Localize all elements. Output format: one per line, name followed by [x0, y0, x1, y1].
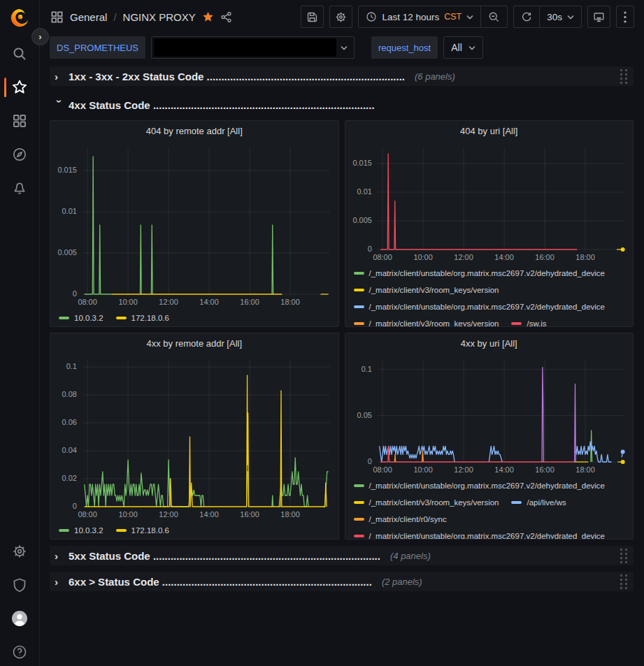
row-drag-handle-icon[interactable]	[620, 548, 628, 563]
panel-title[interactable]: 404 by uri [All]	[345, 121, 634, 140]
dashboard-header: General / NGINX PROXY Last 12 hours CST	[39, 0, 644, 34]
series-color-swatch	[354, 518, 364, 521]
time-range-picker[interactable]: Last 12 hours CST	[359, 6, 480, 27]
row-drag-handle-icon[interactable]	[620, 574, 628, 589]
sidebar-item-help[interactable]	[11, 644, 28, 660]
time-series-chart[interactable]: 00.0050.010.01508:0010:0012:0014:0016:00…	[345, 140, 634, 263]
legend-item[interactable]: /_matrix/client/unstable/org.matrix.msc2…	[354, 299, 606, 314]
series-color-swatch	[511, 501, 522, 504]
share-icon[interactable]	[220, 11, 232, 23]
legend-item[interactable]: /_matrix/client/v3/room_keys/version	[354, 316, 499, 326]
legend-item[interactable]: /api/live/ws	[511, 495, 566, 510]
sidebar-item-alerting[interactable]	[11, 180, 28, 196]
svg-text:12:00: 12:00	[159, 298, 178, 306]
favorite-star-icon[interactable]	[202, 11, 214, 23]
svg-text:16:00: 16:00	[240, 298, 259, 306]
refresh-interval-label: 30s	[547, 12, 562, 22]
datasource-variable-select[interactable]	[151, 36, 355, 59]
svg-text:0.01: 0.01	[62, 207, 77, 215]
legend-item[interactable]: 172.18.0.6	[116, 310, 169, 326]
shield-icon	[12, 577, 27, 593]
time-series-chart[interactable]: 00.020.040.060.080.108:0010:0012:0014:00…	[50, 353, 338, 521]
panel-title[interactable]: 4xx by uri [All]	[345, 333, 634, 353]
series-color-swatch	[354, 289, 364, 291]
dashboard-settings-button[interactable]	[329, 6, 352, 28]
sidebar-item-dashboards[interactable]	[11, 113, 28, 129]
page-title[interactable]: NGINX PROXY	[123, 11, 196, 23]
monitor-icon	[593, 11, 605, 23]
chevron-down-icon	[341, 45, 348, 50]
row-title: 1xx - 3xx - 2xx Status Code	[69, 71, 203, 82]
row-drag-handle-icon[interactable]	[620, 68, 628, 84]
dashboards-grid-icon	[12, 113, 27, 129]
request-host-variable-select[interactable]: All	[443, 36, 483, 59]
panel-title[interactable]: 4xx by remote addr [All]	[50, 333, 338, 353]
legend-item[interactable]: /_matrix/client/unstable/org.matrix.msc2…	[354, 478, 606, 493]
series-name: /_matrix/client/unstable/org.matrix.msc2…	[369, 532, 606, 539]
save-icon	[306, 11, 318, 23]
toolbar: Last 12 hours CST 30s	[301, 6, 634, 28]
series-name: /_matrix/client/v3/room_keys/version	[369, 319, 499, 326]
row-panel-count: (4 panels)	[390, 551, 431, 561]
kebab-menu-button[interactable]	[616, 6, 634, 28]
legend-item[interactable]: /_matrix/client/unstable/org.matrix.msc2…	[354, 266, 606, 281]
legend-item[interactable]: /_matrix/client/unstable/org.matrix.msc2…	[354, 528, 606, 539]
time-series-chart[interactable]: 00.0050.010.01508:0010:0012:0014:0016:00…	[50, 140, 338, 308]
series-color-swatch	[354, 501, 364, 504]
legend-item[interactable]: /sw.js	[511, 316, 546, 326]
chevron-down-icon	[567, 15, 574, 20]
row-collapse-chevron: ›	[55, 99, 65, 109]
time-range-label: Last 12 hours	[382, 12, 439, 22]
legend-item[interactable]: /_matrix/client/v3/room_keys/version	[354, 495, 499, 510]
series-name: 10.0.3.2	[74, 314, 103, 322]
gear-icon	[12, 544, 27, 559]
svg-text:14:00: 14:00	[199, 298, 218, 306]
legend-item[interactable]: 172.18.0.6	[116, 523, 169, 538]
series-color-swatch	[59, 529, 69, 532]
sidebar-item-configuration[interactable]	[11, 543, 28, 560]
time-zoom-out-button[interactable]	[480, 6, 507, 27]
question-circle-icon	[12, 644, 27, 660]
refresh-button[interactable]	[514, 6, 539, 27]
svg-text:0: 0	[367, 457, 371, 465]
legend-item[interactable]: 10.0.3.2	[59, 310, 103, 326]
legend-item[interactable]: /_matrix/client/v3/room_keys/version	[354, 282, 499, 298]
row-header-5xx[interactable]: › 5xx Status Code ......................…	[50, 546, 634, 565]
series-color-swatch	[354, 535, 364, 537]
svg-text:0.02: 0.02	[62, 474, 77, 482]
row-header-4xx[interactable]: › 4xx Status Code ......................…	[50, 95, 634, 115]
grafana-logo-icon[interactable]	[9, 8, 30, 29]
svg-text:0: 0	[367, 245, 371, 253]
save-dashboard-button[interactable]	[301, 6, 324, 28]
row-title-dots: ........................................…	[153, 99, 375, 111]
sidebar-expand-button[interactable]: ›	[31, 28, 49, 45]
svg-text:16:00: 16:00	[535, 253, 554, 261]
legend-item[interactable]: /_matrix/client/r0/sync	[354, 512, 447, 527]
sidebar-item-explore[interactable]	[11, 146, 28, 163]
sidebar-item-profile[interactable]	[11, 610, 28, 627]
kebab-menu-icon	[624, 11, 627, 23]
svg-text:14:00: 14:00	[494, 465, 513, 474]
cycle-view-mode-button[interactable]	[587, 6, 610, 28]
panel: 404 by uri [All]00.0050.010.01508:0010:0…	[345, 120, 634, 327]
row-title: 4xx Status Code	[69, 99, 150, 111]
panel-legend: /_matrix/client/unstable/org.matrix.msc2…	[345, 263, 634, 326]
legend-item[interactable]: 10.0.3.2	[59, 523, 103, 538]
sidebar-top-group	[11, 45, 28, 196]
refresh-interval-picker[interactable]: 30s	[539, 6, 581, 27]
panel: 4xx by uri [All]00.050.108:0010:0012:001…	[345, 333, 634, 540]
panel-title[interactable]: 404 by remote addr [All]	[50, 121, 338, 140]
sidebar-item-starred[interactable]	[11, 79, 28, 96]
avatar	[11, 610, 28, 627]
breadcrumb-folder[interactable]: General	[70, 11, 107, 23]
time-series-chart[interactable]: 00.050.108:0010:0012:0014:0016:0018:00	[345, 353, 634, 476]
row-header-1xx-3xx-2xx[interactable]: › 1xx - 3xx - 2xx Status Code ..........…	[50, 66, 634, 86]
series-name: /sw.js	[527, 319, 546, 326]
sidebar-item-server-admin[interactable]	[11, 577, 28, 593]
request-host-variable-value: All	[451, 42, 462, 53]
sidebar-item-search[interactable]	[11, 45, 28, 62]
row-collapse-chevron: ›	[55, 577, 64, 587]
search-icon	[12, 46, 27, 61]
series-name: /api/live/ws	[527, 498, 566, 507]
row-header-6xx[interactable]: › 6xx > Status Code ....................…	[50, 572, 634, 591]
